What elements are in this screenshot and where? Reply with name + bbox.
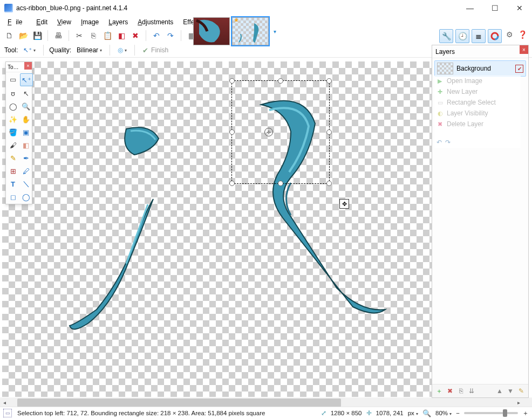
tool-color-picker[interactable]: ✒ <box>20 152 32 164</box>
zoom-plus-button[interactable]: ＋ <box>522 409 529 417</box>
new-button[interactable]: 🗋 <box>3 30 15 42</box>
tool-zoom[interactable]: 🔍 <box>20 100 32 112</box>
tool-shapes[interactable]: ◻ <box>7 191 19 203</box>
tool-rectangle-select[interactable]: ▭ <box>7 73 19 85</box>
move-layer-down-button[interactable]: ▼ <box>506 386 515 396</box>
tool-gradient[interactable]: ▣ <box>20 126 32 138</box>
add-layer-button[interactable]: ＋ <box>434 386 444 396</box>
scroll-thumb[interactable] <box>17 399 341 407</box>
resize-handle-w[interactable] <box>229 129 235 135</box>
menu-file[interactable]: File <box>3 17 31 27</box>
chevron-down-icon: ▾ <box>125 48 127 53</box>
scroll-left-button[interactable]: ◂ <box>0 399 9 407</box>
print-button[interactable]: 🖶 <box>52 30 64 42</box>
finish-button[interactable]: ✔ Finish <box>140 46 170 55</box>
scroll-right-button[interactable]: ▸ <box>514 399 523 407</box>
tool-ellipse-select[interactable]: ◯ <box>7 100 19 112</box>
tool-shapes-alt[interactable]: ◯ <box>20 191 32 203</box>
units-picker[interactable]: px ▾ <box>408 410 418 416</box>
tool-picker[interactable]: ↖⁺ ▾ <box>21 46 38 54</box>
maximize-button[interactable]: ☐ <box>482 0 507 16</box>
zoom-out-button[interactable]: 🔍 <box>422 409 431 417</box>
duplicate-layer-button[interactable]: ⎘ <box>456 386 466 396</box>
tool-paintbrush[interactable]: 🖌 <box>7 139 19 151</box>
tool-text[interactable]: T <box>7 178 19 190</box>
layers-panel-close[interactable]: × <box>520 45 528 54</box>
tool-pan[interactable]: ✋ <box>20 113 32 125</box>
close-button[interactable]: ✕ <box>507 0 532 16</box>
layers-panel[interactable]: Layers × Background ✔ ▶Open Image ✚New L… <box>432 45 529 398</box>
delete-layer-icon: ✖ <box>438 119 444 129</box>
tool-paint-bucket[interactable]: 🪣 <box>7 126 19 138</box>
selection-info-icon: ▭ <box>3 409 12 417</box>
resize-handle-se[interactable] <box>326 181 332 186</box>
menu-image[interactable]: Image <box>77 17 103 27</box>
history-window-toggle[interactable]: 🕘 <box>455 29 469 43</box>
zoom-minus-button[interactable]: − <box>456 410 460 416</box>
history-redo-icon[interactable]: ↷ <box>445 137 451 148</box>
selection-center-icon[interactable]: ✛ <box>264 128 273 136</box>
save-button[interactable]: 💾 <box>31 30 43 42</box>
tool-move-selection[interactable]: ↖⁺ <box>20 73 33 86</box>
merge-layer-button[interactable]: ⇊ <box>467 386 476 396</box>
help-button[interactable]: ❓ <box>517 29 528 40</box>
resize-handle-s[interactable] <box>278 181 283 186</box>
layer-row[interactable]: Background ✔ <box>434 60 526 77</box>
menu-adjustments[interactable]: Adjustments <box>133 17 178 27</box>
tool-eraser[interactable]: ◧ <box>20 139 32 151</box>
minimize-button[interactable]: — <box>458 0 482 16</box>
layers-window-toggle[interactable]: ≣ <box>472 29 486 43</box>
tools-palette-title[interactable]: To… × <box>6 62 32 72</box>
tool-lasso[interactable]: ʊ <box>7 87 19 99</box>
crop-button[interactable]: ◧ <box>115 30 127 42</box>
resize-handle-nw[interactable] <box>229 78 235 84</box>
tool-pencil[interactable]: ✎ <box>7 152 19 164</box>
tools-window-toggle[interactable]: 🔧 <box>439 29 453 43</box>
layer-properties-button[interactable]: ✎ <box>516 386 526 396</box>
resize-handle-n[interactable] <box>278 78 283 84</box>
layer-name: Background <box>456 65 491 72</box>
move-layer-up-button[interactable]: ▲ <box>495 386 504 396</box>
document-thumb-1[interactable] <box>193 17 230 45</box>
document-thumb-2[interactable]: ★ <box>232 17 269 45</box>
delete-layer-button[interactable]: ✖ <box>445 386 455 396</box>
cut-button[interactable]: ✂ <box>73 30 85 42</box>
resize-handle-ne[interactable] <box>326 78 332 84</box>
rectangle-select-icon: ▭ <box>438 97 444 108</box>
undo-button[interactable]: ↶ <box>151 30 162 42</box>
paste-button[interactable]: 📋 <box>101 30 113 42</box>
history-ghost-list: ▶Open Image ✚New Layer ▭Rectangle Select… <box>434 75 521 148</box>
resize-handle-sw[interactable] <box>229 181 235 186</box>
colors-window-toggle[interactable] <box>488 29 502 43</box>
zoom-value[interactable]: 80% ▾ <box>435 410 452 416</box>
history-undo-icon[interactable]: ↶ <box>436 137 442 148</box>
settings-button[interactable]: ⚙ <box>504 29 515 40</box>
tool-line[interactable]: ＼ <box>20 178 32 190</box>
deselect-button[interactable]: ✖ <box>129 30 141 42</box>
chevron-down-icon: ▾ <box>100 48 102 53</box>
resize-handle-e[interactable] <box>326 129 332 135</box>
open-button[interactable]: 📂 <box>17 30 29 42</box>
quality-picker[interactable]: Bilinear ▾ <box>74 46 104 54</box>
menu-view[interactable]: View <box>53 17 76 27</box>
document-list-dropdown[interactable]: ▾ <box>271 17 278 45</box>
menu-layers[interactable]: Layers <box>104 17 132 27</box>
tool-clone-stamp[interactable]: ⊞ <box>7 165 19 177</box>
selection-marquee[interactable]: ✛ <box>231 80 330 184</box>
menu-edit[interactable]: Edit <box>32 17 52 27</box>
tool-magic-wand[interactable]: ✨ <box>7 113 19 125</box>
sampling-picker[interactable]: ◎ ▾ <box>115 46 129 54</box>
copy-button[interactable]: ⎘ <box>87 30 99 42</box>
layers-panel-title[interactable]: Layers × <box>432 45 528 58</box>
tools-palette[interactable]: To… × ▭ ↖⁺ ʊ ↖ ◯ 🔍 ✨ ✋ 🪣 ▣ 🖌 ◧ ✎ ✒ ⊞ 🖊 T… <box>5 61 32 204</box>
quality-label: Quality: <box>49 46 71 54</box>
selection-info-text: Selection top left: 712, 72. Bounding re… <box>17 410 265 416</box>
zoom-slider-knob[interactable] <box>503 409 507 417</box>
horizontal-scrollbar[interactable]: ◂ ▸ <box>0 398 523 407</box>
redo-button[interactable]: ↷ <box>165 30 176 42</box>
tools-palette-close[interactable]: × <box>24 62 32 70</box>
zoom-slider[interactable] <box>464 412 518 414</box>
layer-visibility-checkbox[interactable]: ✔ <box>515 65 523 73</box>
tool-move-selected-pixels[interactable]: ↖ <box>20 87 32 99</box>
tool-recolor[interactable]: 🖊 <box>20 165 32 177</box>
